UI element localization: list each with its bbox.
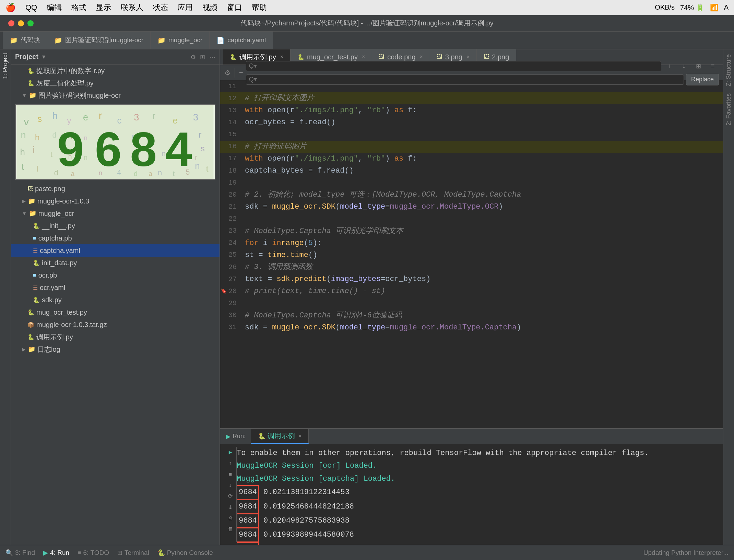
svg-text:h: h <box>20 147 25 157</box>
file-item-captcha-yaml[interactable]: ☰ captcha.yaml <box>11 244 220 257</box>
menu-edit[interactable]: 编辑 <box>47 2 62 13</box>
close-tab-2[interactable]: × <box>362 54 365 60</box>
bookmark-icon: 🔖 <box>221 288 227 295</box>
folder-collapsed-arrow: ▶ <box>22 198 26 204</box>
breadcrumb-tab-muggle[interactable]: 📁 muggle_ocr <box>151 32 210 49</box>
stop-button[interactable]: ■ <box>226 470 235 480</box>
file-item-init[interactable]: 🐍 __init__.py <box>11 220 220 232</box>
folder-captcha-muggle[interactable]: ▼ 📁 图片验证码识别muggle-ocr <box>11 89 220 102</box>
file-item-captcha-pb[interactable]: ■ captcha.pb <box>11 232 220 244</box>
param-31: model_type <box>340 322 385 334</box>
file-item-extract[interactable]: 🐍 提取图片中的数字-r.py <box>11 65 220 77</box>
project-side-label[interactable]: 1: Project <box>0 51 10 81</box>
run-tab-active[interactable]: 🐍 调用示例 × <box>251 429 309 444</box>
code-line-14: 14 ocr_bytes = f.read() <box>220 116 723 128</box>
delete-button[interactable]: 🗑 <box>226 525 235 535</box>
folder-icon: 📁 <box>54 36 62 44</box>
down-button[interactable]: ↓ <box>226 481 235 491</box>
right-editor-panel: 🐍 调用示例.py × 🐍 mug_ocr_test.py × 🖼 code.p… <box>220 49 723 545</box>
console-line-6: 9684 0.02049827575683938 <box>237 514 719 528</box>
breadcrumb-tab-yaml[interactable]: 📄 captcha.yaml <box>210 32 273 49</box>
find-close-icon[interactable]: ≡ <box>707 60 719 72</box>
maximize-button[interactable] <box>27 20 34 26</box>
file-item-paste[interactable]: 🖼 paste.png <box>11 183 220 195</box>
code-icon: 📁 <box>10 36 18 44</box>
folder-muggle-ocr-old[interactable]: ▶ 📁 muggle-ocr-1.0.3 <box>11 195 220 207</box>
settings-gear-icon[interactable]: ⚙ <box>224 69 230 77</box>
file-item-sdk[interactable]: 🐍 sdk.py <box>11 294 220 306</box>
line-content-27: text = sdk.predict(image_bytes=ocr_bytes… <box>242 273 723 285</box>
str2-17: "rb" <box>367 153 385 165</box>
fn-predict-27: sdk.predict <box>276 273 326 285</box>
run-close-icon[interactable]: × <box>298 433 301 439</box>
expand-icon[interactable]: ⊞ <box>200 53 205 61</box>
file-item-ocr-pb[interactable]: ■ ocr.pb <box>11 269 220 281</box>
find-options-icon[interactable]: ⊞ <box>692 60 705 72</box>
line-content-19 <box>242 177 723 189</box>
menu-contacts[interactable]: 联系人 <box>121 2 143 13</box>
folder-muggle-ocr[interactable]: ▼ 📁 muggle_ocr <box>11 207 220 220</box>
file-item-example[interactable]: 🐍 调用示例.py <box>11 331 220 343</box>
folder-captcha-icon: 📁 <box>29 92 36 99</box>
png-tab-icon-4: 🖼 <box>437 54 442 60</box>
code-editor[interactable]: 11 12 # 打开印刷文本图片 13 with open(r"./imgs/1… <box>220 80 723 428</box>
find-status-item[interactable]: 🔍 3: Find <box>5 549 35 557</box>
play-button[interactable]: ▶ <box>226 448 235 458</box>
python-console-status-item[interactable]: 🐍 Python Console <box>157 549 213 557</box>
close-tab-3[interactable]: × <box>420 54 423 60</box>
line-content-18: captcha_bytes = f.read() <box>242 165 723 177</box>
minus-icon[interactable]: − <box>239 69 243 77</box>
svg-text:r: r <box>199 130 202 139</box>
todo-status-item[interactable]: ≡ 6: TODO <box>78 549 109 557</box>
apple-menu[interactable]: 🍎 <box>5 3 16 12</box>
breadcrumb-tab-daima[interactable]: 📁 代码块 <box>3 32 47 49</box>
result-highlight-1: 9684 <box>237 485 259 499</box>
str2-13: "rb" <box>367 104 385 116</box>
file-item-gray[interactable]: 🐍 灰度二值化处理.py <box>11 77 220 89</box>
fn-range-24: range <box>281 237 304 249</box>
file-item-mug-test[interactable]: 🐍 mug_ocr_test.py <box>11 306 220 318</box>
menu-status[interactable]: 状态 <box>153 2 168 13</box>
folder-muggle-old-icon: 📁 <box>28 197 35 205</box>
up-button[interactable]: ↑ <box>226 459 235 469</box>
line-content-21: sdk = muggle_ocr.SDK(model_type=muggle_o… <box>242 201 723 213</box>
file-item-init-data[interactable]: 🐍 init_data.py <box>11 257 220 269</box>
minimize-button[interactable] <box>18 20 24 26</box>
structure-side-label[interactable]: Z: Structure <box>724 52 734 89</box>
code-line-23: 23 # ModelType.Captcha 可识别光学印刷文本 <box>220 225 723 237</box>
print-button[interactable]: 🖨 <box>226 514 235 524</box>
more-icon[interactable]: ⋯ <box>209 53 215 61</box>
menu-view[interactable]: 显示 <box>96 2 111 13</box>
folder-logs[interactable]: ▶ 📁 日志log <box>11 343 220 355</box>
run-status-item[interactable]: ▶ 4: Run <box>43 549 69 557</box>
yaml-file-icon: ☰ <box>33 247 38 254</box>
rerun-button[interactable]: ⟳ <box>226 492 235 502</box>
favorites-side-label[interactable]: 2: Favorites <box>724 91 734 128</box>
run-status-icon: ▶ <box>43 549 48 557</box>
line-number-30: 30 <box>220 310 242 322</box>
scroll-down-button[interactable]: ⤓ <box>226 503 235 513</box>
menu-help[interactable]: 帮助 <box>252 2 267 13</box>
close-tab-4[interactable]: × <box>466 54 470 60</box>
close-button[interactable] <box>8 20 14 26</box>
breadcrumb-tab-captcha[interactable]: 📁 图片验证码识别muggle-ocr <box>47 32 151 49</box>
terminal-status-item[interactable]: ⊞ Terminal <box>117 549 149 557</box>
file-item-ocr-yaml[interactable]: ☰ ocr.yaml <box>11 281 220 294</box>
line-number-21: 21 <box>220 201 242 213</box>
menu-window[interactable]: 窗口 <box>227 2 242 13</box>
find-next-icon[interactable]: ↓ <box>678 60 690 72</box>
menu-video[interactable]: 视频 <box>202 2 217 13</box>
file-item-tar[interactable]: 📦 muggle-ocr-1.0.3.tar.gz <box>11 318 220 331</box>
project-header: Project ▼ ⚙ ⊞ ⋯ <box>11 49 220 65</box>
find-input[interactable] <box>246 61 661 71</box>
menu-format[interactable]: 格式 <box>71 2 86 13</box>
project-dropdown-arrow[interactable]: ▼ <box>41 54 47 60</box>
find-prev-icon[interactable]: ↑ <box>663 60 676 72</box>
close-tab-1[interactable]: × <box>280 54 283 60</box>
py-example-icon: 🐍 <box>27 334 34 340</box>
svg-text:l: l <box>36 164 38 173</box>
menu-apps[interactable]: 应用 <box>178 2 193 13</box>
menu-qq[interactable]: QQ <box>25 3 37 12</box>
code-line-16: 16 # 打开验证码图片 <box>220 141 723 153</box>
settings-icon[interactable]: ⚙ <box>190 53 196 61</box>
